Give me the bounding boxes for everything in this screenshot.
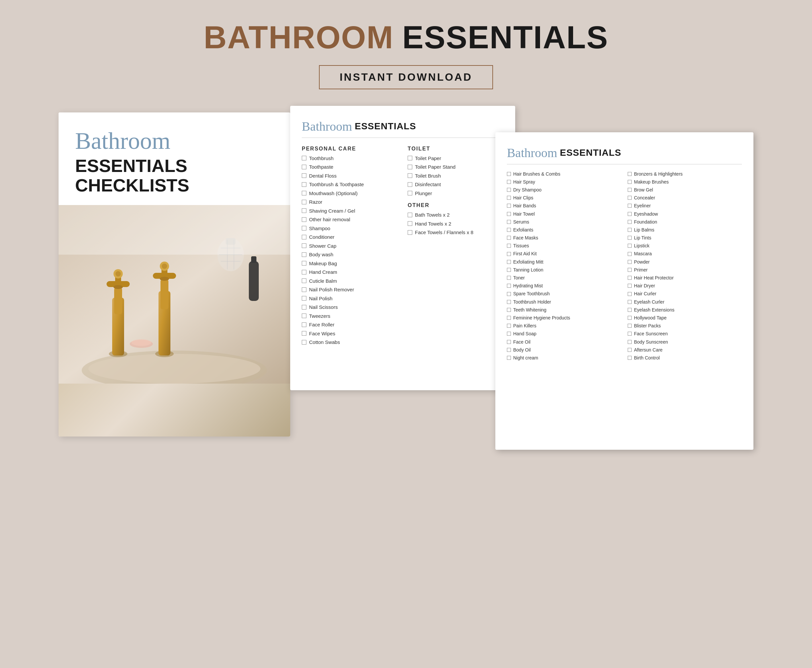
checkbox[interactable] <box>302 217 306 222</box>
checkbox[interactable] <box>408 230 412 235</box>
checkbox[interactable] <box>628 324 632 328</box>
checkbox[interactable] <box>408 191 412 195</box>
checkbox[interactable] <box>628 180 632 184</box>
checkbox[interactable] <box>628 196 632 200</box>
checkbox[interactable] <box>408 182 412 187</box>
checkbox[interactable] <box>408 221 412 226</box>
checkbox[interactable] <box>302 296 306 301</box>
checkbox[interactable] <box>302 226 306 230</box>
item-text: Toothbrush Holder <box>513 299 551 305</box>
checkbox[interactable] <box>628 212 632 216</box>
checkbox[interactable] <box>302 279 306 283</box>
checkbox[interactable] <box>302 261 306 266</box>
checkbox[interactable] <box>628 220 632 224</box>
checkbox[interactable] <box>628 188 632 192</box>
checkbox[interactable] <box>628 332 632 336</box>
checkbox[interactable] <box>507 180 511 184</box>
list-item: Birth Control <box>628 355 742 361</box>
list-item: Lipstick <box>628 243 742 249</box>
right-right-list: Bronzers & HighlightersMakeup BrushesBro… <box>628 171 742 361</box>
checkbox[interactable] <box>302 165 306 169</box>
checkbox[interactable] <box>302 331 306 336</box>
checkbox[interactable] <box>507 228 511 232</box>
checkbox[interactable] <box>628 292 632 296</box>
list-item: Exfoliants <box>507 227 621 233</box>
item-text: Nail Polish <box>309 295 333 302</box>
checkbox[interactable] <box>507 324 511 328</box>
svg-rect-13 <box>161 279 168 309</box>
checkbox[interactable] <box>628 284 632 288</box>
item-text: Teeth Whitening <box>513 307 546 313</box>
checkbox[interactable] <box>628 204 632 208</box>
cards-row: Bathroom ESSENTIALS CHECKLISTS <box>27 106 785 450</box>
checkbox[interactable] <box>507 276 511 280</box>
list-item: Hair Bands <box>507 203 621 209</box>
checkbox[interactable] <box>507 188 511 192</box>
checkbox[interactable] <box>628 268 632 272</box>
checkbox[interactable] <box>507 244 511 248</box>
list-item: Razor <box>302 199 398 205</box>
checkbox[interactable] <box>628 252 632 256</box>
right-card-left-col: Hair Brushes & CombsHair SprayDry Shampo… <box>507 171 621 363</box>
checkbox[interactable] <box>507 252 511 256</box>
checkbox[interactable] <box>628 276 632 280</box>
checkbox[interactable] <box>507 316 511 320</box>
checkbox[interactable] <box>408 165 412 169</box>
list-item: Nail Polish Remover <box>302 286 398 293</box>
checkbox[interactable] <box>507 340 511 344</box>
checkbox[interactable] <box>302 252 306 257</box>
checkbox[interactable] <box>507 236 511 240</box>
checkbox[interactable] <box>507 292 511 296</box>
checkbox[interactable] <box>302 235 306 239</box>
checkbox[interactable] <box>628 260 632 264</box>
list-item: Shaving Cream / Gel <box>302 208 398 214</box>
checkbox[interactable] <box>302 270 306 274</box>
checkbox[interactable] <box>507 348 511 352</box>
checkbox[interactable] <box>507 356 511 360</box>
checkbox[interactable] <box>628 244 632 248</box>
checkbox[interactable] <box>628 316 632 320</box>
checkbox[interactable] <box>507 300 511 304</box>
checkbox[interactable] <box>507 220 511 224</box>
checkbox[interactable] <box>628 228 632 232</box>
checkbox[interactable] <box>302 173 306 178</box>
checkbox[interactable] <box>302 244 306 248</box>
checkbox[interactable] <box>628 236 632 240</box>
checkbox[interactable] <box>507 212 511 216</box>
checkbox[interactable] <box>302 322 306 327</box>
checkbox[interactable] <box>628 356 632 360</box>
checkbox[interactable] <box>302 156 306 160</box>
list-item: Face Wipes <box>302 331 398 337</box>
checkbox[interactable] <box>507 284 511 288</box>
checkbox[interactable] <box>302 182 306 187</box>
list-item: Other hair removal <box>302 216 398 223</box>
checkbox[interactable] <box>507 196 511 200</box>
checkbox[interactable] <box>507 260 511 264</box>
checkbox[interactable] <box>628 300 632 304</box>
list-item: Bath Towels x 2 <box>408 212 504 218</box>
checkbox[interactable] <box>408 173 412 178</box>
checkbox[interactable] <box>628 340 632 344</box>
checkbox[interactable] <box>408 213 412 217</box>
checkbox[interactable] <box>628 308 632 312</box>
checkbox[interactable] <box>507 308 511 312</box>
checkbox[interactable] <box>302 200 306 204</box>
checkbox[interactable] <box>507 332 511 336</box>
list-item: Feminine Hygiene Products <box>507 315 621 321</box>
checkbox[interactable] <box>302 340 306 345</box>
item-text: Eyelash Extensions <box>634 307 674 313</box>
item-text: Tanning Lotion <box>513 267 543 273</box>
checkbox[interactable] <box>302 305 306 309</box>
item-text: Bronzers & Highlighters <box>634 171 683 177</box>
checkbox[interactable] <box>408 156 412 160</box>
checkbox[interactable] <box>302 208 306 213</box>
checkbox[interactable] <box>507 268 511 272</box>
checkbox[interactable] <box>507 172 511 176</box>
checkbox[interactable] <box>302 314 306 318</box>
checkbox[interactable] <box>628 172 632 176</box>
checkbox[interactable] <box>628 348 632 352</box>
checkbox[interactable] <box>302 287 306 292</box>
item-text: Feminine Hygiene Products <box>513 315 570 321</box>
checkbox[interactable] <box>302 191 306 195</box>
checkbox[interactable] <box>507 204 511 208</box>
